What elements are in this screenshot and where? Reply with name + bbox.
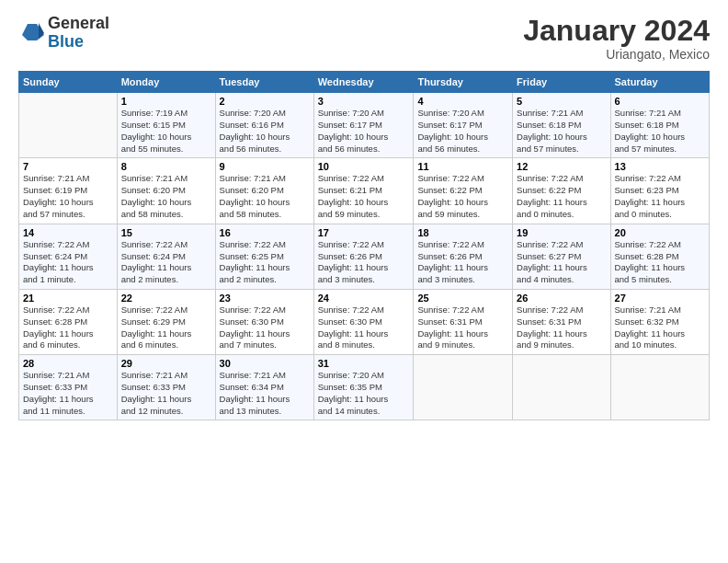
day-info: Sunrise: 7:22 AM Sunset: 6:29 PM Dayligh… xyxy=(121,304,211,351)
calendar-cell: 15Sunrise: 7:22 AM Sunset: 6:24 PM Dayli… xyxy=(117,224,215,289)
calendar-cell: 27Sunrise: 7:21 AM Sunset: 6:32 PM Dayli… xyxy=(610,289,709,354)
day-number: 10 xyxy=(318,161,410,172)
day-info: Sunrise: 7:22 AM Sunset: 6:27 PM Dayligh… xyxy=(517,239,606,286)
calendar-cell xyxy=(513,355,610,420)
calendar-cell: 25Sunrise: 7:22 AM Sunset: 6:31 PM Dayli… xyxy=(414,289,513,354)
day-info: Sunrise: 7:21 AM Sunset: 6:33 PM Dayligh… xyxy=(23,370,113,417)
day-info: Sunrise: 7:20 AM Sunset: 6:35 PM Dayligh… xyxy=(318,370,410,417)
calendar-cell: 28Sunrise: 7:21 AM Sunset: 6:33 PM Dayli… xyxy=(19,355,118,420)
col-header-friday: Friday xyxy=(513,72,610,93)
day-info: Sunrise: 7:22 AM Sunset: 6:22 PM Dayligh… xyxy=(517,173,606,220)
calendar-cell: 12Sunrise: 7:22 AM Sunset: 6:22 PM Dayli… xyxy=(513,158,610,224)
location-subtitle: Uriangato, Mexico xyxy=(523,47,710,62)
day-info: Sunrise: 7:22 AM Sunset: 6:23 PM Dayligh… xyxy=(615,173,705,220)
calendar-cell: 7Sunrise: 7:21 AM Sunset: 6:19 PM Daylig… xyxy=(19,158,118,224)
day-info: Sunrise: 7:21 AM Sunset: 6:20 PM Dayligh… xyxy=(220,173,310,220)
day-number: 5 xyxy=(517,96,606,107)
calendar-cell: 26Sunrise: 7:22 AM Sunset: 6:31 PM Dayli… xyxy=(513,289,610,354)
day-info: Sunrise: 7:21 AM Sunset: 6:33 PM Dayligh… xyxy=(121,370,211,417)
calendar-week-row: 14Sunrise: 7:22 AM Sunset: 6:24 PM Dayli… xyxy=(19,224,710,289)
logo-icon xyxy=(18,20,44,46)
day-info: Sunrise: 7:19 AM Sunset: 6:15 PM Dayligh… xyxy=(121,108,211,155)
day-info: Sunrise: 7:21 AM Sunset: 6:34 PM Dayligh… xyxy=(220,370,310,417)
day-number: 30 xyxy=(220,358,310,369)
col-header-monday: Monday xyxy=(117,72,215,93)
day-info: Sunrise: 7:22 AM Sunset: 6:24 PM Dayligh… xyxy=(121,239,211,286)
day-info: Sunrise: 7:20 AM Sunset: 6:17 PM Dayligh… xyxy=(318,108,410,155)
col-header-wednesday: Wednesday xyxy=(313,72,414,93)
day-number: 17 xyxy=(318,227,410,238)
calendar-week-row: 28Sunrise: 7:21 AM Sunset: 6:33 PM Dayli… xyxy=(19,355,710,420)
calendar-cell: 30Sunrise: 7:21 AM Sunset: 6:34 PM Dayli… xyxy=(215,355,313,420)
calendar-cell: 2Sunrise: 7:20 AM Sunset: 6:16 PM Daylig… xyxy=(215,93,313,158)
day-info: Sunrise: 7:22 AM Sunset: 6:26 PM Dayligh… xyxy=(417,239,508,286)
day-info: Sunrise: 7:22 AM Sunset: 6:30 PM Dayligh… xyxy=(318,304,410,351)
day-number: 28 xyxy=(23,358,113,369)
day-number: 27 xyxy=(615,293,705,304)
logo-blue-text: Blue xyxy=(48,33,109,52)
logo-general-text: General xyxy=(48,15,109,33)
day-number: 4 xyxy=(417,96,508,107)
calendar-cell: 4Sunrise: 7:20 AM Sunset: 6:17 PM Daylig… xyxy=(414,93,513,158)
day-info: Sunrise: 7:21 AM Sunset: 6:18 PM Dayligh… xyxy=(615,108,705,155)
month-title: January 2024 xyxy=(523,15,710,47)
calendar-cell: 16Sunrise: 7:22 AM Sunset: 6:25 PM Dayli… xyxy=(215,224,313,289)
calendar-cell: 1Sunrise: 7:19 AM Sunset: 6:15 PM Daylig… xyxy=(117,93,215,158)
calendar-week-row: 7Sunrise: 7:21 AM Sunset: 6:19 PM Daylig… xyxy=(19,158,710,224)
day-info: Sunrise: 7:22 AM Sunset: 6:30 PM Dayligh… xyxy=(220,304,310,351)
calendar-cell: 17Sunrise: 7:22 AM Sunset: 6:26 PM Dayli… xyxy=(313,224,414,289)
day-number: 21 xyxy=(23,293,113,304)
day-number: 25 xyxy=(417,293,508,304)
calendar-cell xyxy=(19,93,118,158)
day-number: 23 xyxy=(220,293,310,304)
calendar-table: SundayMondayTuesdayWednesdayThursdayFrid… xyxy=(18,71,710,420)
day-info: Sunrise: 7:22 AM Sunset: 6:26 PM Dayligh… xyxy=(318,239,410,286)
calendar-cell xyxy=(610,355,709,420)
day-number: 20 xyxy=(615,227,705,238)
calendar-week-row: 1Sunrise: 7:19 AM Sunset: 6:15 PM Daylig… xyxy=(19,93,710,158)
calendar-week-row: 21Sunrise: 7:22 AM Sunset: 6:28 PM Dayli… xyxy=(19,289,710,354)
calendar-cell: 11Sunrise: 7:22 AM Sunset: 6:22 PM Dayli… xyxy=(414,158,513,224)
calendar-cell: 9Sunrise: 7:21 AM Sunset: 6:20 PM Daylig… xyxy=(215,158,313,224)
day-number: 6 xyxy=(615,96,705,107)
day-number: 12 xyxy=(517,161,606,172)
calendar-cell: 22Sunrise: 7:22 AM Sunset: 6:29 PM Dayli… xyxy=(117,289,215,354)
col-header-saturday: Saturday xyxy=(610,72,709,93)
day-number: 16 xyxy=(220,227,310,238)
day-number: 31 xyxy=(318,358,410,369)
logo: General Blue xyxy=(18,15,109,52)
day-number: 24 xyxy=(318,293,410,304)
calendar-cell: 3Sunrise: 7:20 AM Sunset: 6:17 PM Daylig… xyxy=(313,93,414,158)
calendar-cell: 5Sunrise: 7:21 AM Sunset: 6:18 PM Daylig… xyxy=(513,93,610,158)
calendar-cell: 21Sunrise: 7:22 AM Sunset: 6:28 PM Dayli… xyxy=(19,289,118,354)
calendar-cell: 10Sunrise: 7:22 AM Sunset: 6:21 PM Dayli… xyxy=(313,158,414,224)
day-number: 1 xyxy=(121,96,211,107)
day-number: 7 xyxy=(23,161,113,172)
page-header: General Blue January 2024 Uriangato, Mex… xyxy=(18,15,710,62)
day-info: Sunrise: 7:20 AM Sunset: 6:17 PM Dayligh… xyxy=(417,108,508,155)
day-number: 15 xyxy=(121,227,211,238)
day-info: Sunrise: 7:22 AM Sunset: 6:28 PM Dayligh… xyxy=(615,239,705,286)
day-info: Sunrise: 7:20 AM Sunset: 6:16 PM Dayligh… xyxy=(220,108,310,155)
day-number: 14 xyxy=(23,227,113,238)
calendar-cell: 13Sunrise: 7:22 AM Sunset: 6:23 PM Dayli… xyxy=(610,158,709,224)
day-number: 3 xyxy=(318,96,410,107)
day-info: Sunrise: 7:22 AM Sunset: 6:24 PM Dayligh… xyxy=(23,239,113,286)
calendar-cell: 18Sunrise: 7:22 AM Sunset: 6:26 PM Dayli… xyxy=(414,224,513,289)
day-number: 18 xyxy=(417,227,508,238)
day-number: 29 xyxy=(121,358,211,369)
day-number: 8 xyxy=(121,161,211,172)
day-info: Sunrise: 7:22 AM Sunset: 6:28 PM Dayligh… xyxy=(23,304,113,351)
calendar-cell: 24Sunrise: 7:22 AM Sunset: 6:30 PM Dayli… xyxy=(313,289,414,354)
day-info: Sunrise: 7:21 AM Sunset: 6:18 PM Dayligh… xyxy=(517,108,606,155)
day-number: 13 xyxy=(615,161,705,172)
day-info: Sunrise: 7:22 AM Sunset: 6:31 PM Dayligh… xyxy=(517,304,606,351)
day-info: Sunrise: 7:22 AM Sunset: 6:25 PM Dayligh… xyxy=(220,239,310,286)
col-header-sunday: Sunday xyxy=(19,72,118,93)
calendar-cell: 19Sunrise: 7:22 AM Sunset: 6:27 PM Dayli… xyxy=(513,224,610,289)
day-number: 19 xyxy=(517,227,606,238)
calendar-cell: 8Sunrise: 7:21 AM Sunset: 6:20 PM Daylig… xyxy=(117,158,215,224)
calendar-cell: 31Sunrise: 7:20 AM Sunset: 6:35 PM Dayli… xyxy=(313,355,414,420)
col-header-thursday: Thursday xyxy=(414,72,513,93)
day-number: 9 xyxy=(220,161,310,172)
